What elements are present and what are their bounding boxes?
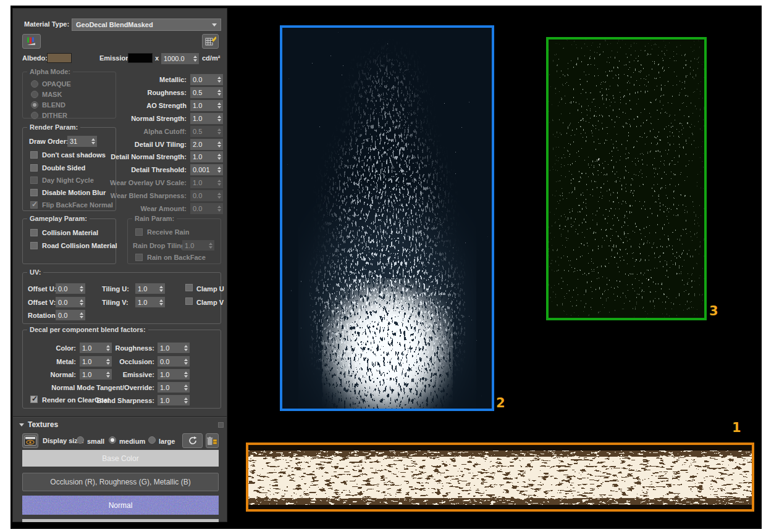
- resize-grip[interactable]: [218, 422, 224, 428]
- albedo-swatch[interactable]: [47, 53, 72, 63]
- next-texture-button-partial[interactable]: [22, 519, 219, 522]
- radio-opaque[interactable]: [31, 80, 38, 88]
- wear-blend-sharpness-spinner[interactable]: 0.0: [190, 190, 223, 201]
- checkbox-render-on-clearcoat[interactable]: [30, 396, 38, 403]
- up-down-arrows-icon[interactable]: [182, 356, 190, 367]
- rotation-label: Rotation:: [28, 312, 57, 320]
- uv-title: UV:: [27, 268, 43, 276]
- tiling-u-spinner[interactable]: 1.0: [135, 283, 165, 294]
- checkbox-clamp-u-label: Clamp U: [196, 285, 224, 293]
- offset-u-spinner[interactable]: 0.0: [56, 283, 85, 294]
- up-down-arrows-icon[interactable]: [182, 395, 190, 405]
- up-down-arrows-icon[interactable]: [77, 283, 85, 294]
- orm-texture-label: Occlusion (R), Roughness (G), Metallic (…: [50, 478, 190, 486]
- triangle-down-icon[interactable]: [19, 423, 24, 426]
- detail-uv-tiling-spinner[interactable]: 2.0: [190, 139, 223, 150]
- decal-blend-group: Decal per component blend factors: Color…: [22, 330, 221, 409]
- draw-order-spinner[interactable]: 31: [67, 136, 97, 147]
- normal-strength-spinner[interactable]: 1.0: [190, 113, 223, 124]
- radio-blend[interactable]: [31, 101, 38, 109]
- up-down-arrows-icon[interactable]: [89, 136, 97, 147]
- checkbox-day-night-cycle[interactable]: [30, 177, 38, 184]
- wear-amount-spinner[interactable]: 0.0: [190, 203, 223, 214]
- edit-material-button[interactable]: [202, 34, 219, 49]
- material-type-dropdown[interactable]: GeoDecal BlendMasked: [72, 19, 221, 31]
- up-down-arrows-icon[interactable]: [77, 297, 85, 307]
- checkbox-rain-on-backface-label: Rain on BackFace: [147, 254, 206, 262]
- param-row-metallic: Metallic: 0.0: [82, 74, 223, 85]
- gameplay-param-group: Gameplay Param: Collision Material Road …: [22, 218, 116, 264]
- uv-group: UV: Offset U: 0.0 Tiling U: 1.0 Clamp U …: [22, 272, 221, 324]
- up-down-arrows-icon[interactable]: [215, 164, 223, 175]
- wear-overlay-uv-scale-spinner[interactable]: 1.0: [190, 177, 223, 188]
- offset-v-spinner[interactable]: 0.0: [56, 297, 85, 307]
- checkbox-receive-rain-label: Receive Rain: [147, 228, 189, 236]
- decal-roughness-label: Roughness:: [85, 344, 154, 352]
- refresh-icon: [188, 436, 198, 446]
- checkbox-collision-material[interactable]: [30, 229, 38, 236]
- display-preview-button[interactable]: [22, 433, 38, 448]
- up-down-arrows-icon[interactable]: [157, 283, 165, 294]
- up-down-arrows-icon[interactable]: [215, 74, 223, 85]
- up-down-arrows-icon[interactable]: [182, 369, 190, 380]
- checkbox-double-sided-label: Double Sided: [42, 164, 85, 172]
- base-color-texture-label: Base Color: [102, 454, 138, 463]
- radio-size-small[interactable]: [77, 436, 84, 444]
- up-down-arrows-icon[interactable]: [182, 343, 190, 353]
- checkbox-road-collision-material[interactable]: [30, 242, 38, 249]
- texture-preview-blue[interactable]: [280, 25, 494, 411]
- detail-threshold-spinner[interactable]: 0.001: [190, 164, 223, 175]
- image-preview-icon: [24, 436, 36, 446]
- up-down-arrows-icon[interactable]: [182, 382, 190, 393]
- tiling-v-spinner[interactable]: 1.0: [135, 297, 165, 307]
- radio-size-large[interactable]: [148, 436, 156, 444]
- roughness-spinner[interactable]: 0.5: [190, 87, 223, 98]
- rain-drop-tiling-spinner[interactable]: 1.0: [182, 240, 214, 251]
- emission-swatch[interactable]: [128, 53, 153, 63]
- emission-value-spinner[interactable]: 1000.0: [161, 53, 199, 64]
- up-down-arrows-icon[interactable]: [215, 100, 223, 111]
- checkbox-receive-rain[interactable]: [135, 228, 143, 236]
- texture-preview-green[interactable]: [546, 37, 707, 320]
- radio-size-medium[interactable]: [109, 436, 116, 444]
- param-row-normal-strength: Normal Strength: 1.0: [82, 113, 223, 124]
- checkbox-disable-motion-blur[interactable]: [30, 189, 38, 196]
- decal-normal-mode-label: Normal Mode Tangent/Override:: [23, 384, 154, 392]
- up-down-arrows-icon[interactable]: [191, 53, 199, 64]
- radio-dither[interactable]: [31, 112, 38, 119]
- checkbox-double-sided[interactable]: [30, 164, 38, 172]
- normal-texture-button[interactable]: Normal: [22, 496, 219, 515]
- checkbox-rain-on-backface[interactable]: [135, 254, 143, 261]
- vertex-color-button[interactable]: [22, 34, 41, 49]
- ao-strength-spinner[interactable]: 1.0: [190, 100, 223, 111]
- up-down-arrows-icon[interactable]: [77, 310, 85, 320]
- up-down-arrows-icon[interactable]: [215, 113, 223, 124]
- decal-occlusion-spinner[interactable]: 0.0: [158, 356, 190, 367]
- alpha-cutoff-spinner[interactable]: 0.5: [190, 126, 223, 137]
- orm-texture-button[interactable]: Occlusion (R), Roughness (G), Metallic (…: [22, 473, 219, 491]
- decal-roughness-spinner[interactable]: 1.0: [158, 343, 190, 353]
- textures-section-title[interactable]: Textures: [28, 421, 58, 429]
- detail-normal-strength-spinner[interactable]: 1.0: [190, 151, 223, 162]
- decal-normal-mode-spinner[interactable]: 1.0: [158, 382, 190, 393]
- decal-blend-sharpness-spinner[interactable]: 1.0: [158, 395, 190, 405]
- up-down-arrows-icon[interactable]: [215, 151, 223, 162]
- checkbox-flip-backface-normal[interactable]: [30, 201, 38, 209]
- checkbox-clamp-u[interactable]: [185, 284, 193, 291]
- decal-emissive-spinner[interactable]: 1.0: [158, 369, 190, 380]
- up-down-arrows-icon[interactable]: [215, 87, 223, 98]
- rain-param-title: Rain Param:: [132, 215, 177, 222]
- base-color-texture-button[interactable]: Base Color: [22, 450, 219, 467]
- texture-preview-orange[interactable]: [246, 443, 754, 512]
- metallic-spinner[interactable]: 0.0: [190, 74, 223, 85]
- rain-param-group: Rain Param: Receive Rain Rain Drop Tilin…: [127, 218, 221, 264]
- rotation-spinner[interactable]: 0.0: [56, 310, 85, 320]
- radio-size-large-label: large: [159, 438, 175, 446]
- checkbox-clamp-v[interactable]: [185, 297, 193, 305]
- checkbox-dont-cast-shadows[interactable]: [30, 151, 38, 159]
- refresh-textures-button[interactable]: [182, 433, 203, 448]
- delete-textures-button[interactable]: [206, 433, 219, 448]
- up-down-arrows-icon[interactable]: [215, 139, 223, 150]
- radio-mask[interactable]: [31, 91, 38, 98]
- up-down-arrows-icon[interactable]: [157, 297, 165, 307]
